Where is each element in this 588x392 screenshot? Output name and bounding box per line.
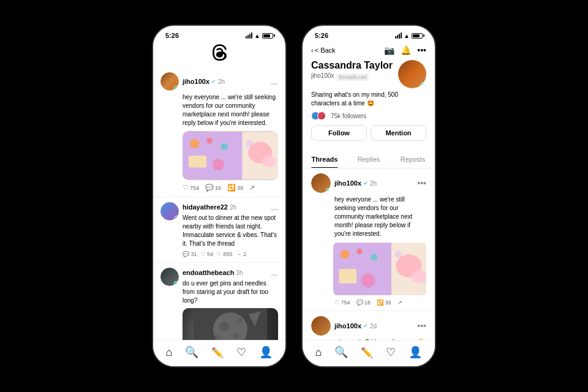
back-chevron: ‹ — [311, 47, 314, 54]
verified-icon: ✓ — [211, 78, 216, 85]
other-action-2[interactable]: → 2 — [236, 251, 247, 257]
post-text-1: hey everyone ... we're still seeking ven… — [160, 93, 278, 127]
feed-post-1: jiho100x ✓ 2h ... hey everyone ... we're… — [153, 66, 285, 197]
like-action-p1[interactable]: ♡ 754 — [334, 300, 350, 306]
post-actions-1: ♡ 754 💬 16 🔁 39 ↗ — [160, 184, 278, 192]
post-time: 2h — [218, 78, 225, 85]
post-menu-button-2[interactable]: ... — [271, 202, 278, 212]
post-time-2: 2h — [230, 204, 236, 211]
svg-rect-5 — [189, 156, 206, 168]
post-text-3: do u ever get pins and needles from star… — [183, 279, 278, 305]
profile-nav-header: ‹ < Back 📷 🔔 ••• — [303, 42, 435, 58]
repost-count: 39 — [237, 185, 243, 191]
nav-home[interactable]: ⌂ — [166, 346, 173, 359]
profile-website: threads.net — [336, 74, 369, 81]
like-count: 754 — [190, 185, 199, 191]
nav-profile-2[interactable]: 👤 — [409, 345, 422, 359]
share-action[interactable]: ↗ — [249, 184, 255, 192]
avatar-endo — [160, 268, 179, 286]
svg-point-22 — [371, 254, 377, 260]
comment-action[interactable]: 💬 16 — [205, 184, 221, 192]
nav-heart-2[interactable]: ♡ — [386, 345, 396, 359]
status-bar-profile: 5:26 ▲ — [303, 26, 435, 42]
profile-post-text-1: hey everyone ... we're still seeking ven… — [311, 195, 426, 238]
svg-point-10 — [246, 140, 253, 148]
comment-action-p1[interactable]: 💬 16 — [356, 300, 371, 306]
instagram-icon[interactable]: 📷 — [384, 45, 394, 55]
status-bar-feed: 5:26 ▲ — [153, 26, 285, 42]
post-text-2: Went out to dinner at the new spot nearb… — [183, 214, 278, 248]
phone-profile: 5:26 ▲ ‹ < Back 📷 🔔 ••• Cassandra Taylor — [301, 24, 436, 368]
svg-point-28 — [395, 251, 402, 258]
nav-search-2[interactable]: 🔍 — [334, 345, 348, 359]
post-username: jiho100x — [183, 78, 209, 85]
svg-point-9 — [262, 156, 276, 168]
svg-point-21 — [356, 249, 363, 255]
profile-post-menu-2[interactable]: ••• — [417, 321, 426, 331]
post-user-info: jiho100x ✓ 2h — [183, 78, 267, 85]
tab-reposts[interactable]: Reposts — [391, 151, 435, 168]
follow-button[interactable]: Follow — [311, 125, 367, 141]
profile-handle: jiho100x — [311, 72, 334, 79]
tab-replies[interactable]: Replies — [347, 151, 391, 168]
tab-threads[interactable]: Threads — [303, 151, 347, 168]
bottom-nav-profile: ⌂ 🔍 ✏️ ♡ 👤 — [303, 340, 435, 366]
nav-compose-2[interactable]: ✏️ — [361, 347, 373, 358]
phone-feed: 5:26 ▲ jiho100x — [152, 24, 287, 368]
back-label: < Back — [315, 47, 336, 54]
mention-button[interactable]: Mention — [371, 125, 426, 141]
verified-icon-3: ✓ — [363, 323, 368, 329]
profile-post-time-1: 2h — [370, 180, 377, 187]
share-action-p1[interactable]: ↗ — [398, 300, 402, 306]
feed-content: jiho100x ✓ 2h ... hey everyone ... we're… — [153, 66, 285, 340]
status-icons: ▲ — [246, 32, 273, 39]
more-options-icon[interactable]: ••• — [417, 45, 426, 55]
battery-icon — [262, 33, 273, 39]
profile-feed: jiho100x ✓ 2h ••• hey everyone ... we're… — [303, 168, 435, 340]
nav-search[interactable]: 🔍 — [185, 345, 198, 359]
heart-action-2[interactable]: ♡ 855 — [217, 251, 233, 257]
comment-count: 16 — [215, 185, 221, 191]
profile-action-buttons: Follow Mention — [311, 125, 426, 141]
post-username-3: endoatthebeach — [183, 269, 234, 276]
repost-action-p1[interactable]: 🔁 39 — [377, 300, 391, 306]
back-button[interactable]: ‹ < Back — [311, 47, 336, 54]
wifi-icon-2: ▲ — [404, 32, 410, 39]
profile-post-2: jiho100x ✓ 2d ••• whyyyyy is Friday so f… — [303, 311, 435, 340]
profile-bio: Sharing what's on my mind, 500 character… — [311, 91, 426, 108]
nav-compose[interactable]: ✏️ — [211, 347, 224, 358]
verified-icon-2: ✓ — [363, 180, 368, 186]
signal-icon — [246, 32, 252, 39]
avatar-profile-1 — [311, 173, 331, 193]
profile-avatar — [398, 60, 426, 88]
svg-point-16 — [237, 318, 242, 323]
profile-online-dot — [420, 82, 426, 88]
nav-home-2[interactable]: ⌂ — [315, 346, 322, 359]
profile-post-time-2: 2d — [370, 323, 377, 330]
profile-tabs: Threads Replies Reposts — [303, 151, 435, 168]
nav-profile[interactable]: 👤 — [259, 345, 273, 359]
profile-post-username-1: jiho100x — [334, 179, 361, 187]
followers-avatars — [311, 111, 323, 120]
svg-point-3 — [206, 138, 213, 144]
post-menu-button-3[interactable]: ... — [271, 268, 278, 277]
post-menu-button[interactable]: ... — [271, 77, 278, 86]
comment-action-2[interactable]: ♡ 54 — [201, 251, 214, 257]
svg-point-20 — [340, 250, 349, 259]
header-action-icons: 📷 🔔 ••• — [384, 45, 426, 55]
bell-icon[interactable]: 🔔 — [401, 45, 411, 55]
bottom-nav-feed: ⌂ 🔍 ✏️ ♡ 👤 — [153, 340, 285, 366]
post-time-3: 3h — [236, 270, 243, 276]
svg-point-13 — [219, 322, 229, 331]
follower-avatar-2 — [317, 111, 326, 120]
like-action[interactable]: ♡ 754 — [183, 184, 199, 192]
followers-count: 75k followers — [331, 113, 366, 119]
svg-point-4 — [221, 143, 228, 151]
nav-heart[interactable]: ♡ — [236, 345, 246, 359]
status-icons-2: ▲ — [395, 32, 423, 39]
profile-post-menu-1[interactable]: ••• — [417, 178, 426, 188]
post-username-2: hidayathere22 — [183, 203, 228, 211]
like-action-2[interactable]: 💬 31 — [183, 251, 197, 257]
repost-action[interactable]: 🔁 39 — [227, 184, 243, 192]
signal-icon-2 — [395, 32, 402, 39]
